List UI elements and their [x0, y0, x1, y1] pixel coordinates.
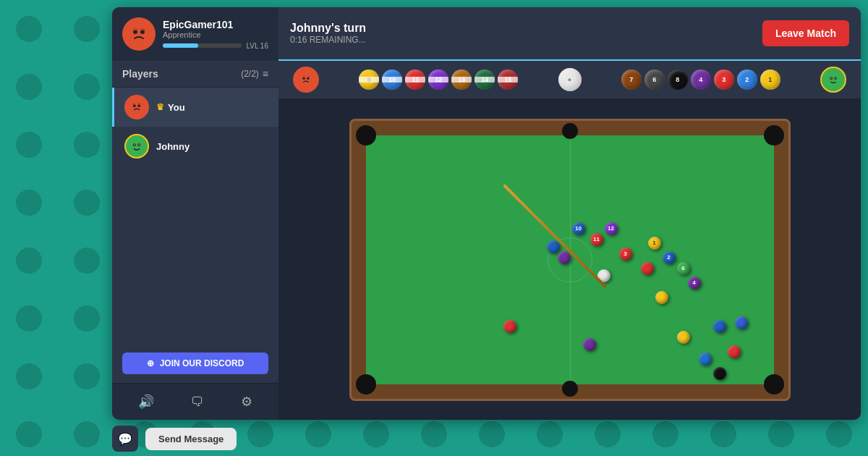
svg-point-15	[300, 74, 312, 86]
svg-point-6	[133, 104, 136, 107]
player-name-area-johnny: Johnny	[156, 141, 190, 152]
table-ball-mixed-felt	[699, 352, 712, 366]
svg-point-0	[129, 24, 149, 44]
turn-title: Johnny's turn	[290, 22, 366, 35]
svg-point-17	[307, 77, 309, 80]
game-header: Johnny's turn 0:16 REMAINING... Leave Ma…	[278, 7, 861, 61]
player-johnny-name: Johnny	[156, 141, 190, 152]
table-ball-6-felt: 6	[677, 262, 690, 275]
svg-point-10	[130, 140, 143, 153]
user-avatar	[122, 17, 156, 51]
right-panel: Johnny's turn 0:16 REMAINING... Leave Ma…	[278, 7, 861, 420]
pocket-top-middle	[562, 123, 578, 139]
table-ball-1-felt: 1	[648, 237, 661, 250]
table-ball-11-felt: 11	[590, 233, 603, 246]
pool-table-container: 10 11 12 3 1 2 6 4	[278, 99, 861, 420]
player-item-you[interactable]: ♛ You	[112, 88, 278, 127]
filter-icon[interactable]: ≡	[263, 68, 268, 80]
player-avatar-you	[124, 95, 149, 119]
ball-3: 3	[714, 69, 734, 90]
table-ball-10-felt: 10	[572, 222, 585, 235]
player-avatar-johnny	[124, 134, 149, 159]
ball-1: 1	[760, 69, 780, 90]
ball-8: 8	[668, 69, 688, 90]
svg-point-16	[302, 77, 305, 80]
user-subtitle: Apprentice	[163, 30, 268, 39]
table-ball-purple-felt	[558, 251, 571, 264]
ball-6: 6	[644, 69, 665, 90]
left-panel: EpicGamer101 Apprentice LVL 16 Players (…	[112, 7, 278, 420]
table-ball-2-felt: 2	[663, 251, 676, 264]
settings-icon: ⚙	[241, 394, 252, 409]
svg-rect-9	[138, 104, 141, 105]
level-label: LVL 16	[246, 42, 268, 50]
table-ball-red-felt	[641, 262, 654, 275]
discord-button[interactable]: ⊕ JOIN OUR DISCORD	[122, 352, 268, 374]
table-ball-red2-felt	[503, 320, 516, 333]
svg-rect-19	[307, 76, 310, 77]
table-ball-stripe-felt	[583, 338, 596, 351]
ball-7: 7	[621, 69, 642, 90]
discord-label: JOIN OUR DISCORD	[160, 358, 244, 368]
player2-balls: 7 6 8 4 3 2 1	[621, 69, 780, 90]
leave-match-button[interactable]: Leave Match	[762, 20, 849, 46]
sound-button[interactable]: 🔊	[132, 391, 160, 413]
message-chat-icon-button[interactable]: 💬	[112, 426, 138, 452]
chat-toolbar-icon: 🗨	[191, 394, 204, 409]
player-list: ♛ You Joh	[112, 88, 278, 344]
crown-icon: ♛	[156, 102, 164, 112]
settings-button[interactable]: ⚙	[235, 391, 258, 413]
pool-table[interactable]: 10 11 12 3 1 2 6 4	[349, 119, 791, 401]
players-count-label: (2/2)	[241, 69, 259, 79]
ball-4: 4	[691, 69, 711, 90]
ball-12: 12	[428, 69, 448, 90]
ball-10: 10	[382, 69, 402, 90]
sound-icon: 🔊	[138, 394, 154, 409]
pocket-bottom-middle	[562, 381, 578, 397]
pocket-top-right	[764, 125, 784, 145]
turn-timer: 0:16 REMAINING...	[290, 35, 366, 45]
ball-14: 14	[475, 69, 495, 90]
username-label: EpicGamer101	[163, 19, 268, 30]
bottom-toolbar: 🔊 🗨 ⚙	[112, 383, 278, 420]
table-ball-4-felt: 4	[688, 276, 701, 290]
table-ball-3-felt: 3	[619, 248, 632, 261]
player-name-area-you: ♛ You	[156, 102, 185, 113]
pocket-bottom-left	[356, 374, 376, 394]
table-ball-b3-felt	[735, 316, 748, 329]
table-ball-y2-felt	[677, 331, 690, 344]
xp-bar-fill	[163, 43, 198, 48]
send-message-button[interactable]: Send Message	[145, 428, 237, 450]
user-header: EpicGamer101 Apprentice LVL 16	[112, 7, 278, 61]
main-container: EpicGamer101 Apprentice LVL 16 Players (…	[112, 7, 861, 420]
ball-scoreboard: 9 10 11 12 13 14 15 ● 7 6 8 4 3 2 1	[278, 61, 861, 99]
user-info: EpicGamer101 Apprentice LVL 16	[163, 19, 268, 50]
player-you-name: ♛ You	[156, 102, 185, 113]
xp-bar-container: LVL 16	[163, 42, 268, 50]
chat-button[interactable]: 🗨	[185, 392, 210, 413]
table-felt: 10 11 12 3 1 2 6 4	[366, 135, 774, 384]
pocket-bottom-right	[764, 374, 784, 394]
table-ball-yellow-felt	[655, 291, 668, 304]
players-count: (2/2) ≡	[241, 68, 268, 80]
svg-point-20	[827, 74, 840, 86]
player1-balls: 9 10 11 12 13 14 15	[359, 69, 518, 90]
svg-rect-8	[133, 104, 136, 105]
send-message-bar: 💬 Send Message	[112, 421, 237, 456]
svg-point-13	[134, 144, 135, 145]
xp-bar-bg	[163, 43, 242, 48]
ball-15: 15	[498, 69, 518, 90]
svg-rect-3	[133, 28, 137, 30]
players-header: Players (2/2) ≡	[112, 61, 278, 88]
table-ball-b2-felt	[713, 320, 726, 333]
table-ball-8-felt	[713, 367, 726, 380]
player2-score-avatar	[820, 67, 846, 93]
table-ball-r3-felt	[728, 345, 741, 358]
svg-point-7	[137, 104, 140, 107]
svg-point-14	[138, 144, 139, 145]
ball-13: 13	[451, 69, 472, 90]
svg-rect-18	[302, 76, 305, 77]
player-item-johnny[interactable]: Johnny	[112, 127, 278, 166]
player1-score-avatar	[293, 67, 319, 93]
table-ball-blue-felt	[547, 240, 560, 253]
